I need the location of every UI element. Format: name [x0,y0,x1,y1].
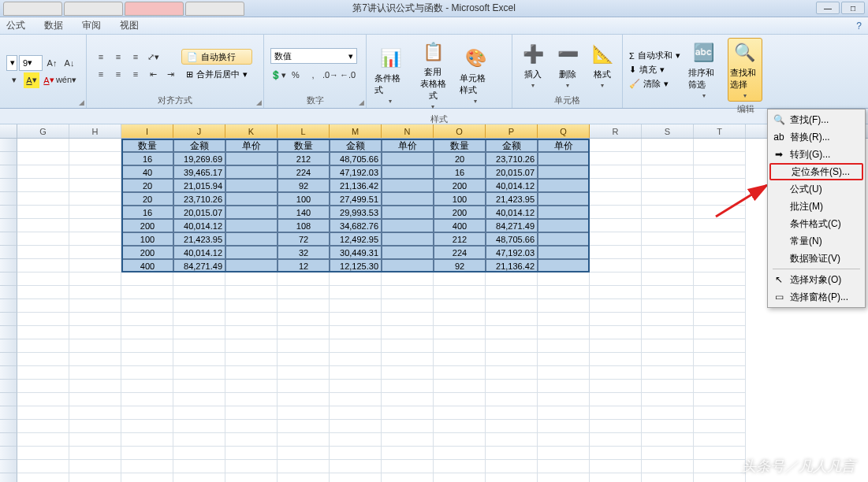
cell[interactable] [69,353,121,366]
cell[interactable] [590,326,642,339]
cell[interactable] [173,460,225,473]
cell[interactable] [590,273,642,286]
cell[interactable]: 92 [278,179,330,192]
cell[interactable] [538,192,590,206]
cell[interactable] [694,299,746,313]
cell[interactable] [330,313,382,326]
cell[interactable] [382,380,434,393]
cell[interactable]: 单价 [225,139,278,152]
cell[interactable] [642,165,694,179]
cell[interactable] [434,473,486,482]
cell[interactable] [121,299,173,313]
cell[interactable] [225,246,278,259]
cell[interactable] [69,219,121,232]
cell[interactable] [17,339,69,353]
cell[interactable] [694,380,746,393]
cell[interactable] [69,286,121,299]
cell[interactable]: 27,499.51 [330,192,382,206]
cell[interactable] [69,179,121,192]
cell[interactable] [330,366,382,380]
ctx-condfmt[interactable]: 条件格式(C) [769,215,863,232]
cell[interactable] [434,353,486,366]
cell[interactable] [121,286,173,299]
cell[interactable] [225,420,278,433]
help-icon[interactable]: ? [856,20,862,32]
cell[interactable] [330,433,382,447]
cell[interactable]: 40,014.12 [486,179,538,192]
cell[interactable] [642,232,694,246]
row-header[interactable] [0,192,17,206]
cell[interactable] [121,353,173,366]
col-header-J[interactable]: J [173,124,225,138]
cell[interactable] [17,232,69,246]
cell[interactable] [69,380,121,393]
cell[interactable] [382,420,434,433]
cell[interactable] [69,420,121,433]
cell[interactable]: 34,682.76 [330,219,382,232]
cell[interactable] [434,273,486,286]
inc-decimal-icon[interactable]: .0→ [322,67,338,83]
cell[interactable] [69,165,121,179]
cell[interactable]: 20 [434,152,486,165]
cell[interactable] [642,259,694,273]
cell[interactable] [694,420,746,433]
cell[interactable]: 40,014.12 [173,246,225,259]
cell[interactable] [694,139,746,152]
cell[interactable] [121,406,173,420]
cell[interactable] [642,179,694,192]
cell[interactable] [694,192,746,206]
indent-inc-icon[interactable]: ⇥ [162,66,178,82]
cell[interactable] [694,366,746,380]
cell[interactable] [590,259,642,273]
row-header[interactable] [0,273,17,286]
cell[interactable]: 20 [121,179,173,192]
cell[interactable] [694,206,746,219]
cell[interactable] [382,179,434,192]
row-header[interactable] [0,246,17,259]
cell[interactable] [69,246,121,259]
cell[interactable]: 100 [434,192,486,206]
cell[interactable] [590,473,642,482]
delete-button[interactable]: ➖ 删除▾ [553,40,582,91]
find-select-button[interactable]: 🔍 查找和选择▾ [728,38,762,102]
dialog-launcher-icon[interactable]: ◢ [355,97,364,106]
row-header[interactable] [0,139,17,152]
align-center-icon[interactable]: ≡ [110,66,126,82]
cell[interactable] [382,192,434,206]
cell[interactable]: 29,993.53 [330,206,382,219]
cell[interactable] [486,447,538,460]
cell[interactable] [642,406,694,420]
cell[interactable] [538,460,590,473]
col-header-R[interactable]: R [590,124,642,138]
cell[interactable] [486,313,538,326]
cell[interactable] [225,460,278,473]
cell[interactable] [538,406,590,420]
wrap-text-button[interactable]: 📄 自动换行 [181,49,252,65]
cell[interactable] [434,366,486,380]
cell[interactable] [642,313,694,326]
row-header[interactable] [0,420,17,433]
cell[interactable] [173,473,225,482]
cell[interactable] [382,433,434,447]
cell[interactable] [17,420,69,433]
maximize-button[interactable]: □ [841,2,865,14]
cell[interactable] [278,299,330,313]
cell[interactable] [642,380,694,393]
cell[interactable]: 数量 [434,139,486,152]
cell[interactable] [382,447,434,460]
cell[interactable] [694,473,746,482]
cell[interactable]: 200 [434,206,486,219]
cell[interactable] [330,460,382,473]
menu-formula[interactable]: 公式 [6,19,25,32]
cell[interactable] [434,420,486,433]
cell[interactable] [17,299,69,313]
cell[interactable] [694,179,746,192]
cell[interactable] [642,286,694,299]
cell[interactable] [642,420,694,433]
doc-tab[interactable] [64,2,123,16]
cell[interactable] [225,179,278,192]
indent-dec-icon[interactable]: ⇤ [145,66,161,82]
cell[interactable] [486,393,538,406]
cell[interactable]: 200 [434,179,486,192]
cell[interactable] [17,179,69,192]
